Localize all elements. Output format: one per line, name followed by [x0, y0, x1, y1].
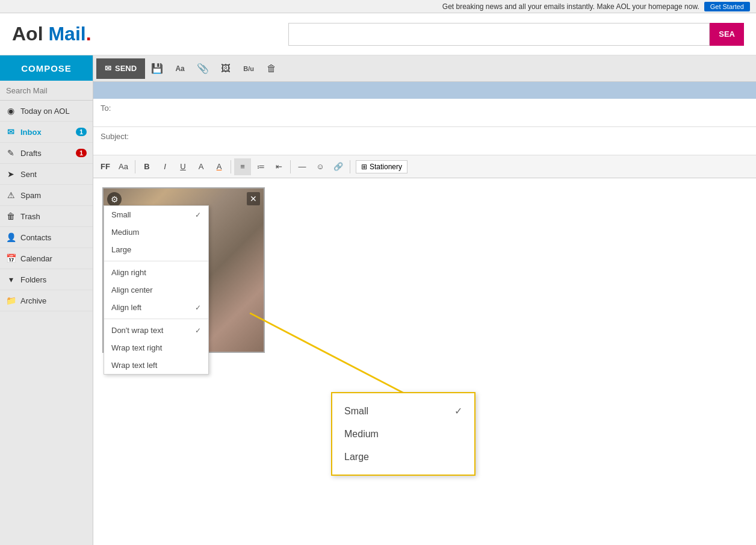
inbox-badge: 1: [76, 128, 87, 136]
hr-button[interactable]: —: [294, 158, 311, 175]
send-button[interactable]: ✉ SEND: [96, 58, 145, 79]
font-family-icon: FF: [101, 162, 110, 171]
menu-item-large-small[interactable]: Small ✓: [332, 399, 474, 423]
menu-item-dont-wrap[interactable]: Don't wrap text ✓: [104, 322, 208, 339]
search-bar: SEA: [288, 23, 744, 46]
italic-button[interactable]: I: [156, 158, 173, 175]
sidebar-item-folders[interactable]: ▾ Folders: [0, 269, 93, 290]
image-gear-button[interactable]: ⚙: [107, 192, 122, 207]
font-family-button[interactable]: FF: [97, 158, 114, 175]
menu-item-align-left[interactable]: Align left ✓: [104, 299, 208, 316]
main-layout: COMPOSE 🔍 ◉ Today on AOL ✉ Inbox 1 ✎ Dra…: [0, 55, 756, 545]
menu-large-label: Large: [111, 245, 131, 254]
image-context-menu-small: Small ✓ Medium Large Align right: [104, 205, 209, 375]
emoji-button[interactable]: ☺: [312, 158, 329, 175]
menu-large-large-label: Large: [344, 452, 369, 462]
spam-icon: ⚠: [6, 190, 16, 200]
menu-item-large-medium[interactable]: Medium: [332, 423, 474, 446]
stationery-button[interactable]: ⊞ Stationery: [356, 160, 407, 173]
compose-button[interactable]: COMPOSE: [0, 55, 93, 81]
sidebar-item-archive[interactable]: 📁 Archive: [0, 290, 93, 311]
rich-text-button[interactable]: B/u: [238, 58, 259, 79]
drafts-badge: 1: [76, 149, 87, 157]
menu-large-medium-label: Medium: [344, 429, 379, 440]
inbox-icon: ✉: [6, 127, 16, 137]
logo-mail: Mail: [48, 23, 85, 45]
rich-text-icon: B/u: [243, 65, 254, 72]
outdent-icon: ⇤: [276, 162, 282, 171]
sidebar-item-label: Spam: [20, 191, 41, 200]
send-label: SEND: [115, 64, 137, 73]
attach-button[interactable]: 📎: [192, 58, 214, 79]
sidebar-item-trash[interactable]: 🗑 Trash: [0, 206, 93, 227]
small-check-icon: ✓: [195, 211, 201, 219]
menu-item-align-center[interactable]: Align center: [104, 281, 208, 299]
global-search-input[interactable]: [288, 23, 710, 46]
menu-align-left-label: Align left: [111, 303, 141, 312]
delete-icon: 🗑: [267, 63, 276, 74]
stationery-label: Stationery: [370, 163, 402, 171]
list-button[interactable]: ≔: [252, 158, 269, 175]
sidebar-item-label: Inbox: [20, 128, 42, 137]
format-text-button[interactable]: Aa: [169, 58, 191, 79]
sidebar-item-contacts[interactable]: 👤 Contacts: [0, 227, 93, 248]
search-mail-input[interactable]: [6, 86, 107, 95]
menu-align-right-label: Align right: [111, 268, 146, 277]
sent-icon: ➤: [6, 169, 16, 179]
underline-button[interactable]: U: [175, 158, 191, 175]
calendar-icon: 📅: [6, 254, 16, 263]
fmt-divider-3: [290, 160, 291, 173]
image-button[interactable]: 🖼: [215, 58, 237, 79]
get-started-button[interactable]: Get Started: [704, 2, 750, 11]
sidebar-item-spam[interactable]: ⚠ Spam: [0, 185, 93, 206]
menu-item-align-right[interactable]: Align right: [104, 264, 208, 281]
compose-body[interactable]: ⚙ ✕ Small ✓ Medium Large: [93, 178, 756, 545]
align-button[interactable]: ≡: [234, 158, 251, 175]
compose-toolbar: ✉ SEND 💾 Aa 📎 🖼 B/u 🗑: [93, 55, 756, 82]
menu-item-wrap-right[interactable]: Wrap text right: [104, 339, 208, 357]
emoji-icon: ☺: [316, 162, 324, 171]
hr-icon: —: [299, 162, 306, 171]
format-toolbar: FF Aa B I U A A ≡ ≔ ⇤ — ☺ 🔗 ⊞ Stationery: [93, 155, 756, 178]
image-wrapper: ⚙ ✕ Small ✓ Medium Large: [102, 187, 265, 353]
sidebar-item-calendar[interactable]: 📅 Calendar: [0, 248, 93, 269]
image-close-button[interactable]: ✕: [247, 192, 260, 205]
large-small-check-icon: ✓: [454, 405, 462, 417]
to-input[interactable]: [101, 113, 749, 122]
sidebar-item-inbox[interactable]: ✉ Inbox 1: [0, 122, 93, 143]
menu-wrap-left-label: Wrap text left: [111, 361, 157, 370]
subject-input[interactable]: [101, 141, 749, 150]
menu-item-medium[interactable]: Medium: [104, 223, 208, 241]
content-area: ✉ SEND 💾 Aa 📎 🖼 B/u 🗑: [93, 55, 756, 545]
global-search-button[interactable]: SEA: [710, 23, 744, 46]
highlight-button[interactable]: A: [211, 158, 228, 175]
send-icon: ✉: [105, 64, 111, 73]
menu-item-wrap-left[interactable]: Wrap text left: [104, 357, 208, 374]
delete-button[interactable]: 🗑: [261, 58, 282, 79]
bold-button[interactable]: B: [138, 158, 155, 175]
text-color-icon: A: [199, 162, 204, 171]
attach-icon: 📎: [197, 63, 209, 74]
fmt-divider-2: [231, 160, 231, 173]
image-icon: 🖼: [221, 63, 231, 74]
menu-item-large-large[interactable]: Large: [332, 446, 474, 469]
align-left-check-icon: ✓: [195, 304, 201, 312]
top-banner: Get breaking news and all your emails in…: [0, 0, 756, 13]
menu-item-small[interactable]: Small ✓: [104, 206, 208, 223]
save-draft-button[interactable]: 💾: [146, 58, 168, 79]
text-color-button[interactable]: A: [193, 158, 209, 175]
archive-icon: 📁: [6, 296, 16, 305]
sidebar-item-sent[interactable]: ➤ Sent: [0, 164, 93, 185]
link-button[interactable]: 🔗: [330, 158, 347, 175]
sidebar-item-drafts[interactable]: ✎ Drafts 1: [0, 143, 93, 164]
to-field: To:: [93, 99, 756, 127]
menu-dont-wrap-label: Don't wrap text: [111, 326, 163, 335]
image-container: ⚙ ✕ Small ✓ Medium Large: [102, 187, 265, 353]
sidebar-item-today-aol[interactable]: ◉ Today on AOL: [0, 101, 93, 122]
font-size-button[interactable]: Aa: [115, 158, 132, 175]
subject-label: Subject:: [101, 132, 129, 141]
contacts-icon: 👤: [6, 232, 16, 242]
menu-item-large[interactable]: Large: [104, 241, 208, 258]
outdent-button[interactable]: ⇤: [270, 158, 287, 175]
bold-icon: B: [144, 162, 149, 171]
